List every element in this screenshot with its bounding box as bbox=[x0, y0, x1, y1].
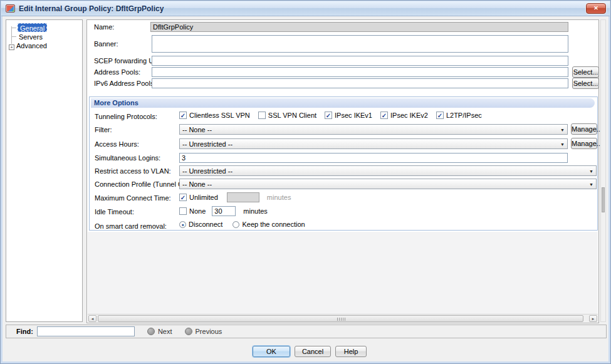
ssl-vpn-client-label: SSL VPN Client bbox=[268, 112, 316, 119]
access-hours-value: -- Unrestricted -- bbox=[182, 140, 232, 148]
simultaneous-logins-label: Simultaneous Logins: bbox=[95, 154, 160, 162]
general-settings-panel: Name: Banner: SCEP forwarding URL: Addre… bbox=[86, 19, 599, 323]
clientless-ssl-vpn-checkbox[interactable]: ✓ bbox=[179, 112, 187, 119]
idle-timeout-label: Idle Timeout: bbox=[95, 208, 134, 216]
idle-minutes-label: minutes bbox=[243, 207, 268, 215]
simultaneous-logins-field[interactable] bbox=[179, 153, 568, 163]
filter-label: Filter: bbox=[95, 126, 112, 133]
ssl-vpn-client-option[interactable]: SSL VPN Client bbox=[258, 112, 316, 119]
previous-icon bbox=[185, 328, 192, 335]
filter-value: -- None -- bbox=[182, 126, 212, 133]
address-pools-select-button[interactable]: Select... bbox=[572, 66, 599, 78]
smart-card-removal-label: On smart card removal: bbox=[95, 222, 167, 230]
idle-none-label: None bbox=[189, 207, 206, 215]
smart-card-removal-row: ● Disconnect Keep the connection bbox=[179, 221, 305, 228]
ipv6-address-pools-label: IPv6 Address Pools: bbox=[94, 80, 155, 87]
ipsec-ikev1-checkbox[interactable]: ✓ bbox=[325, 112, 332, 119]
tunneling-protocols-label: Tunneling Protocols: bbox=[95, 113, 157, 120]
help-button[interactable]: Help bbox=[335, 346, 367, 357]
address-pools-label: Address Pools: bbox=[94, 68, 140, 76]
max-connect-minutes-label: minutes bbox=[267, 194, 291, 201]
banner-label: Banner: bbox=[94, 40, 118, 48]
find-previous-label: Previous bbox=[196, 328, 222, 335]
find-label: Find: bbox=[16, 328, 33, 335]
chevron-down-icon: ▼ bbox=[589, 182, 593, 187]
horizontal-scrollbar[interactable]: ◄ ► bbox=[88, 314, 598, 322]
more-options-header[interactable]: More Options bbox=[91, 98, 595, 108]
name-field bbox=[150, 22, 568, 32]
ipsec-ikev1-option[interactable]: ✓ IPsec IKEv1 bbox=[325, 112, 372, 119]
unlimited-checkbox[interactable]: ✓ bbox=[179, 194, 187, 201]
ssl-vpn-client-checkbox[interactable] bbox=[258, 112, 266, 119]
idle-timeout-field[interactable] bbox=[212, 206, 236, 216]
restrict-vlan-label: Restrict access to VLAN: bbox=[95, 167, 171, 175]
scroll-left-icon[interactable]: ◄ bbox=[88, 315, 97, 322]
find-next-button[interactable]: Next bbox=[147, 328, 172, 335]
expand-plus-icon[interactable]: + bbox=[9, 44, 14, 50]
ipsec-ikev2-option[interactable]: ✓ IPsec IKEv2 bbox=[380, 112, 428, 119]
tree-connector-h2 bbox=[11, 36, 16, 37]
vertical-scrollbar-thumb[interactable] bbox=[602, 187, 605, 212]
find-previous-button[interactable]: Previous bbox=[185, 328, 222, 335]
ipsec-ikev2-label: IPsec IKEv2 bbox=[390, 112, 428, 119]
max-connect-time-field bbox=[227, 192, 259, 202]
title-bar: Edit Internal Group Policy: DfltGrpPolic… bbox=[1, 1, 610, 16]
chevron-down-icon: ▼ bbox=[560, 128, 565, 132]
find-next-label: Next bbox=[158, 328, 172, 335]
keep-connection-label: Keep the connection bbox=[242, 221, 305, 228]
ipsec-ikev1-label: IPsec IKEv1 bbox=[335, 112, 372, 119]
l2tp-ipsec-option[interactable]: ✓ L2TP/IPsec bbox=[436, 112, 482, 119]
address-pools-field[interactable] bbox=[152, 67, 568, 77]
disconnect-radio[interactable]: ● bbox=[179, 221, 186, 228]
tree-item-servers[interactable]: Servers bbox=[19, 33, 43, 41]
tree-item-general-label: General bbox=[20, 24, 44, 32]
tree-item-advanced[interactable]: +Advanced bbox=[9, 41, 47, 50]
find-bar: Find: Next Previous bbox=[6, 325, 607, 338]
chevron-down-icon: ▼ bbox=[560, 142, 565, 147]
ipv6-address-pools-select-button[interactable]: Select... bbox=[572, 78, 599, 89]
restrict-vlan-dropdown[interactable]: -- Unrestricted -- ▼ bbox=[179, 165, 597, 176]
close-button[interactable]: ✕ bbox=[586, 3, 606, 14]
access-hours-label: Access Hours: bbox=[95, 140, 139, 148]
ipv6-address-pools-field[interactable] bbox=[152, 78, 568, 88]
scep-url-field[interactable] bbox=[152, 56, 568, 66]
disconnect-label: Disconnect bbox=[189, 221, 222, 228]
access-hours-manage-button[interactable]: Manage... bbox=[571, 138, 597, 149]
dialog-title: Edit Internal Group Policy: DfltGrpPolic… bbox=[19, 4, 164, 13]
tree-item-general[interactable]: General bbox=[18, 23, 47, 32]
scroll-right-icon[interactable]: ► bbox=[589, 315, 597, 322]
ok-button[interactable]: OK bbox=[253, 346, 290, 357]
access-hours-dropdown[interactable]: -- Unrestricted -- ▼ bbox=[179, 138, 568, 149]
banner-field[interactable] bbox=[152, 35, 568, 53]
filter-manage-button[interactable]: Manage... bbox=[571, 123, 597, 135]
more-options-group: More Options Tunneling Protocols: ✓ Clie… bbox=[89, 96, 598, 231]
chevron-down-icon: ▼ bbox=[589, 169, 593, 174]
tunneling-protocols-row: ✓ Clientless SSL VPN SSL VPN Client ✓ IP… bbox=[179, 112, 490, 119]
clientless-ssl-vpn-option[interactable]: ✓ Clientless SSL VPN bbox=[179, 112, 250, 119]
tunnel-group-lock-dropdown[interactable]: -- None -- ▼ bbox=[179, 179, 597, 189]
cancel-button[interactable]: Cancel bbox=[295, 346, 331, 357]
max-connect-time-label: Maximum Connect Time: bbox=[95, 194, 171, 202]
idle-none-checkbox[interactable] bbox=[179, 207, 187, 215]
l2tp-ipsec-label: L2TP/IPsec bbox=[446, 112, 482, 119]
horizontal-scrollbar-thumb[interactable] bbox=[98, 315, 583, 322]
l2tp-ipsec-checkbox[interactable]: ✓ bbox=[436, 112, 444, 119]
policy-nav-tree: General Servers +Advanced bbox=[6, 19, 83, 322]
tunnel-group-lock-value: -- None -- bbox=[182, 180, 212, 188]
restrict-vlan-value: -- Unrestricted -- bbox=[182, 167, 232, 175]
empty-area bbox=[88, 232, 598, 314]
tree-connector-h1 bbox=[11, 28, 16, 28]
name-label: Name: bbox=[94, 23, 114, 31]
ipsec-ikev2-checkbox[interactable]: ✓ bbox=[380, 112, 388, 119]
filter-dropdown[interactable]: -- None -- ▼ bbox=[179, 124, 568, 135]
vertical-scrollbar[interactable] bbox=[600, 19, 606, 322]
app-icon bbox=[6, 4, 15, 13]
find-input[interactable] bbox=[37, 326, 135, 336]
tree-item-servers-label: Servers bbox=[19, 33, 43, 41]
edit-group-policy-dialog: Edit Internal Group Policy: DfltGrpPolic… bbox=[0, 0, 611, 364]
tree-item-advanced-label: Advanced bbox=[16, 42, 47, 49]
next-icon bbox=[147, 328, 155, 335]
max-connect-time-row: ✓ Unlimited minutes bbox=[179, 192, 291, 202]
idle-timeout-row: None minutes bbox=[179, 206, 268, 216]
keep-connection-radio[interactable] bbox=[232, 221, 239, 228]
